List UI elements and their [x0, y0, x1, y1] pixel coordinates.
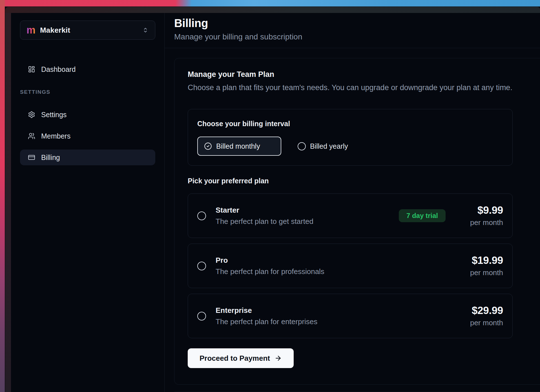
plan-option-pro[interactable]: Pro The perfect plan for professionals $…	[188, 244, 513, 288]
plan-period: per month	[461, 318, 503, 327]
main-content: Billing Manage your billing and subscrip…	[165, 13, 540, 392]
billing-interval-label: Choose your billing interval	[197, 120, 503, 128]
plan-pricing: $29.99 per month	[461, 305, 503, 327]
sidebar-item-billing[interactable]: Billing	[20, 150, 155, 165]
desktop: m Makerkit Dashboard SETTINGS	[0, 0, 540, 392]
sidebar-section-settings: SETTINGS	[20, 89, 155, 95]
dashboard-icon	[28, 66, 35, 73]
billed-yearly-option[interactable]: Billed yearly	[298, 142, 348, 150]
plan-description: The perfect plan for enterprises	[216, 317, 317, 326]
plan-list: Starter The perfect plan to get started …	[188, 193, 540, 338]
team-plan-card: Manage your Team Plan Choose a plan that…	[174, 58, 540, 385]
billing-interval-group: Choose your billing interval Billed mont…	[188, 109, 513, 166]
trial-badge: 7 day trial	[399, 209, 446, 222]
plan-name: Enterprise	[216, 306, 317, 315]
page-subtitle: Manage your billing and subscription	[165, 30, 540, 41]
plan-period: per month	[461, 268, 503, 277]
billing-interval-options: Billed monthly Billed yearly	[197, 137, 503, 156]
plan-info: Pro The perfect plan for professionals	[216, 256, 324, 276]
plan-description: The perfect plan to get started	[216, 217, 313, 226]
plan-price: $9.99	[461, 204, 503, 216]
card-title: Manage your Team Plan	[188, 70, 540, 79]
users-icon	[28, 132, 35, 140]
circle-check-icon	[204, 142, 212, 150]
card-description: Choose a plan that fits your team's need…	[188, 83, 540, 92]
radio-icon[interactable]	[197, 312, 206, 320]
price-block: $29.99 per month	[461, 305, 503, 327]
sidebar-item-label: Billing	[41, 153, 60, 162]
sidebar-item-members[interactable]: Members	[20, 128, 155, 144]
header-divider	[165, 48, 540, 48]
sidebar-item-label: Settings	[41, 111, 67, 119]
desktop-wallpaper-top	[0, 0, 540, 6]
desktop-wallpaper-left	[0, 0, 5, 392]
arrow-right-icon	[275, 355, 282, 362]
plan-period: per month	[461, 218, 503, 227]
plan-name: Pro	[216, 256, 324, 265]
radio-icon	[298, 142, 306, 150]
plan-price: $19.99	[461, 255, 503, 266]
plan-description: The perfect plan for professionals	[216, 267, 324, 276]
gear-icon	[28, 111, 35, 118]
plan-pricing: $19.99 per month	[461, 255, 503, 277]
radio-icon[interactable]	[197, 262, 206, 270]
plan-price: $29.99	[461, 305, 503, 317]
makerkit-logo: m	[26, 25, 36, 35]
proceed-to-payment-button[interactable]: Proceed to Payment	[188, 348, 294, 368]
page-title: Billing	[165, 13, 540, 30]
billed-yearly-label: Billed yearly	[310, 142, 348, 150]
workspace-selector[interactable]: m Makerkit	[20, 21, 155, 40]
pick-plan-label: Pick your preferred plan	[188, 177, 540, 185]
plan-option-enterprise[interactable]: Enterprise The perfect plan for enterpri…	[188, 294, 513, 338]
sidebar-item-label: Members	[41, 132, 70, 140]
sidebar-nav: Dashboard SETTINGS Settings Members	[20, 61, 155, 165]
window-left-edge	[5, 13, 11, 392]
billed-monthly-label: Billed monthly	[216, 142, 260, 150]
proceed-to-payment-label: Proceed to Payment	[200, 354, 270, 363]
credit-card-icon	[28, 154, 35, 161]
sidebar-item-dashboard[interactable]: Dashboard	[20, 61, 155, 77]
workspace-name: Makerkit	[40, 26, 70, 35]
app-content: m Makerkit Dashboard SETTINGS	[11, 13, 540, 392]
window-titlebar	[5, 7, 540, 13]
price-block: $19.99 per month	[461, 255, 503, 277]
sidebar-item-settings[interactable]: Settings	[20, 107, 155, 122]
sidebar: m Makerkit Dashboard SETTINGS	[11, 13, 165, 392]
app-window: m Makerkit Dashboard SETTINGS	[5, 6, 540, 392]
plan-info: Starter The perfect plan to get started	[216, 206, 313, 226]
plan-pricing: 7 day trial $9.99 per month	[399, 204, 503, 227]
plan-option-starter[interactable]: Starter The perfect plan to get started …	[188, 193, 513, 238]
price-block: $9.99 per month	[461, 204, 503, 227]
billed-monthly-option[interactable]: Billed monthly	[197, 137, 281, 156]
chevrons-up-down-icon	[142, 27, 149, 34]
plan-info: Enterprise The perfect plan for enterpri…	[216, 306, 317, 326]
radio-icon[interactable]	[197, 211, 206, 220]
sidebar-item-label: Dashboard	[41, 65, 76, 74]
plan-name: Starter	[216, 206, 313, 215]
